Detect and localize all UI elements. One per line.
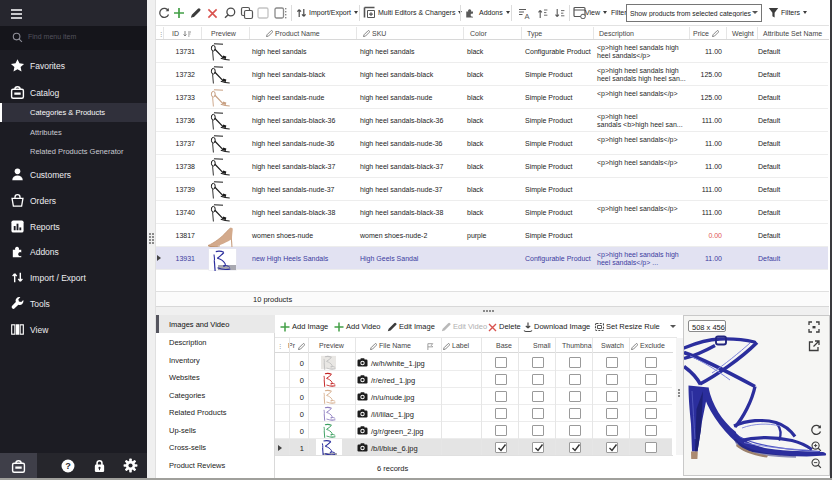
svg-text:A: A xyxy=(525,12,530,20)
svg-text:?: ? xyxy=(65,461,71,471)
